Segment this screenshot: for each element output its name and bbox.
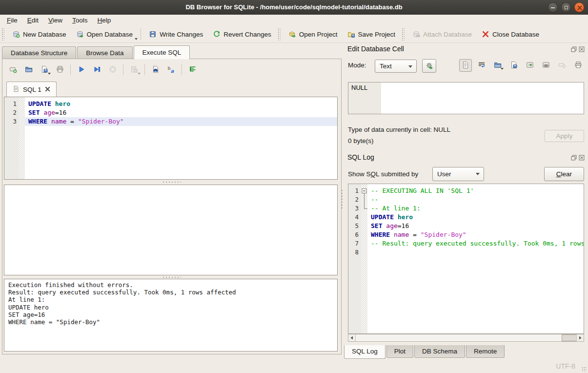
- fold-cell: [19, 117, 25, 126]
- fold-cell: [361, 213, 367, 222]
- menu-tools[interactable]: Tools: [67, 16, 93, 25]
- message-line: Result: query executed successfully. Too…: [8, 289, 333, 296]
- new-sql-tab-button[interactable]: [6, 63, 20, 76]
- close-database-button[interactable]: Close Database: [477, 27, 544, 41]
- execute-current-line-button[interactable]: [90, 63, 103, 76]
- toolbar-grip[interactable]: [402, 28, 405, 41]
- save-sql-file-button[interactable]: [38, 63, 51, 76]
- tab-browse-data[interactable]: Browse Data: [77, 46, 132, 59]
- menu-help[interactable]: Help: [93, 16, 116, 25]
- close-window-button[interactable]: [574, 2, 584, 12]
- sql-editor[interactable]: 123UPDATE heroSET age=16WHERE name = "Sp…: [4, 97, 338, 180]
- log-filter-select[interactable]: User: [432, 167, 484, 181]
- find-button[interactable]: [149, 63, 162, 76]
- text-mode-button[interactable]: [459, 59, 472, 72]
- open-database-button[interactable]: Open Database: [71, 27, 138, 41]
- tab-execute-sql[interactable]: Execute SQL: [134, 45, 190, 59]
- titlebar[interactable]: DB Browser for SQLite - /home/user/code/…: [0, 0, 588, 15]
- write-changes-button[interactable]: Write Changes: [144, 27, 208, 41]
- stop-execution-button: [106, 63, 119, 76]
- db-open-icon: [76, 30, 84, 38]
- menu-file[interactable]: File: [2, 16, 22, 25]
- print-cell-button[interactable]: [572, 59, 585, 72]
- word-wrap-button[interactable]: [475, 59, 488, 72]
- code-line: -- Result: query executed successfully. …: [367, 239, 584, 248]
- fold-marker-icon[interactable]: [361, 186, 367, 195]
- cell-editor-toolbar: [459, 59, 585, 72]
- resize-grip[interactable]: [582, 367, 587, 372]
- dock-tab-plot[interactable]: Plot: [386, 345, 413, 358]
- sql-editor-toolbar: ba: [6, 63, 202, 77]
- float-panel-icon[interactable]: [571, 155, 577, 161]
- save-file-icon: [510, 61, 518, 70]
- toolbar-separator: [70, 64, 71, 75]
- svg-text:a: a: [170, 68, 174, 73]
- export-data-button[interactable]: [507, 59, 520, 72]
- replace-icon: ba: [167, 65, 175, 75]
- execute-all-button[interactable]: [75, 63, 88, 76]
- tab-database-structure[interactable]: Database Structure: [2, 46, 76, 59]
- fold-marker-icon[interactable]: [361, 204, 367, 213]
- encoding-status: UTF-8: [556, 362, 575, 370]
- import-data-button[interactable]: [491, 59, 504, 72]
- menu-edit[interactable]: Edit: [22, 16, 43, 25]
- log-horizontal-scrollbar[interactable]: [348, 334, 584, 342]
- menubar: FileEditViewToolsHelp: [0, 15, 588, 26]
- minimize-button[interactable]: [548, 2, 558, 12]
- write-icon: [149, 30, 157, 38]
- cell-editor-value[interactable]: [381, 83, 584, 114]
- toolbar-grip[interactable]: [278, 28, 281, 41]
- dock-splitter[interactable]: [341, 189, 344, 209]
- apply-button[interactable]: Apply: [545, 130, 584, 142]
- revert-changes-label: Revert Changes: [223, 31, 271, 38]
- toolbar-grip[interactable]: [1, 28, 4, 41]
- open-file-icon: [25, 65, 33, 75]
- open-project-button[interactable]: Open Project: [284, 27, 343, 41]
- apply-data-button[interactable]: [524, 59, 536, 72]
- save-project-button[interactable]: Save Project: [343, 27, 401, 41]
- results-grid[interactable]: [4, 185, 338, 275]
- open-sql-file-button[interactable]: [22, 63, 35, 76]
- printer-icon: [574, 61, 582, 70]
- close-database-label: Close Database: [492, 31, 539, 38]
- scroll-right-arrow[interactable]: [576, 334, 584, 341]
- clear-log-button[interactable]: Clear: [544, 167, 584, 181]
- maximize-button[interactable]: [561, 2, 571, 12]
- fold-margin: [361, 184, 367, 333]
- save-project-label: Save Project: [358, 31, 396, 38]
- open-in-browser-button[interactable]: [540, 59, 552, 72]
- mode-select[interactable]: Text: [375, 60, 417, 73]
- tab-sql-1[interactable]: SQL 1: [6, 82, 57, 97]
- sql-log-view[interactable]: 12345678-- EXECUTING ALL IN 'SQL 1'---- …: [348, 184, 584, 334]
- scroll-left-arrow[interactable]: [348, 334, 356, 341]
- line-number: 1: [348, 186, 361, 195]
- code-line: UPDATE hero: [25, 100, 337, 108]
- code-line: [367, 248, 584, 257]
- toolbar-separator: [141, 28, 141, 40]
- execution-message-area[interactable]: Execution finished without errors.Result…: [4, 279, 338, 352]
- auto-switch-mode-button[interactable]: [422, 59, 436, 73]
- fold-margin: [19, 97, 25, 179]
- fold-marker-icon[interactable]: [361, 195, 367, 204]
- print-sql-button[interactable]: [53, 63, 66, 76]
- sql-file-icon: [13, 85, 20, 94]
- save-results-button: [127, 63, 141, 76]
- close-tab-icon[interactable]: [45, 86, 50, 93]
- chevron-down-icon: [48, 73, 51, 75]
- dock-tab-sql-log[interactable]: SQL Log: [344, 345, 385, 359]
- chevron-down-icon: [501, 68, 504, 70]
- splitter-editor-results[interactable]: [2, 181, 341, 184]
- float-panel-icon[interactable]: [571, 46, 577, 52]
- replace-button[interactable]: ba: [164, 63, 178, 76]
- chevron-down-icon: [138, 73, 141, 75]
- db-close-icon: [482, 30, 489, 38]
- new-database-button[interactable]: New Database: [7, 27, 71, 41]
- dock-tab-db-schema[interactable]: DB Schema: [414, 345, 465, 358]
- revert-changes-button[interactable]: Revert Changes: [208, 27, 276, 41]
- close-panel-icon[interactable]: [579, 155, 585, 161]
- cell-editor[interactable]: NULL: [348, 82, 584, 114]
- menu-view[interactable]: View: [43, 16, 67, 25]
- close-panel-icon[interactable]: [579, 46, 585, 52]
- dock-tab-remote[interactable]: Remote: [466, 345, 505, 358]
- format-sql-button[interactable]: [186, 63, 199, 76]
